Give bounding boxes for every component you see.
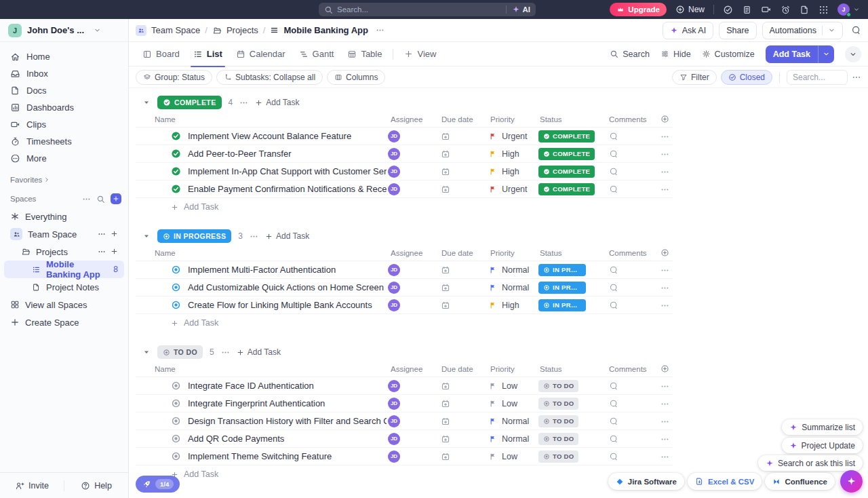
due-date-cell[interactable] [437, 282, 486, 293]
priority-cell[interactable]: Low [486, 399, 536, 408]
sidebar-item-home[interactable]: Home [4, 48, 124, 65]
status-badge[interactable]: TO DO [538, 433, 578, 445]
confluence-button[interactable]: Confluence [765, 473, 835, 490]
row-more-icon[interactable] [656, 149, 673, 159]
due-date-cell[interactable] [437, 398, 486, 409]
row-more-icon[interactable] [656, 451, 673, 461]
status-badge[interactable]: TO DO [538, 380, 578, 392]
customize-button[interactable]: Customize [702, 50, 755, 59]
comments-cell[interactable] [605, 381, 656, 391]
group-by-chip[interactable]: Group: Status [136, 70, 212, 85]
task-row[interactable]: Integrate Fingerprint Authentication JD … [136, 395, 673, 413]
assignee-avatar[interactable]: JD [388, 451, 400, 463]
filter-chip[interactable]: Filter [672, 70, 717, 85]
col-priority[interactable]: Priority [486, 365, 536, 373]
col-name[interactable]: Name [136, 249, 387, 257]
task-name[interactable]: Design Transaction History with Filter a… [188, 416, 387, 426]
group-more-icon[interactable] [221, 348, 230, 357]
due-date-cell[interactable] [437, 131, 486, 142]
collapse-caret-icon[interactable] [142, 348, 151, 356]
priority-cell[interactable]: Normal [486, 417, 536, 426]
clickup-logo-icon[interactable] [8, 4, 20, 16]
assignee-avatar[interactable]: JD [388, 433, 400, 445]
status-badge[interactable]: IN PROGRESS [157, 229, 231, 243]
status-complete-icon[interactable] [171, 166, 181, 176]
col-comments[interactable]: Comments [605, 249, 656, 257]
assignee-avatar[interactable]: JD [388, 415, 400, 427]
space-more-icon[interactable] [98, 230, 106, 238]
group-add-task-button[interactable]: Add Task [265, 231, 309, 241]
sidebar-item-mobile-banking-app[interactable]: Mobile Banking App 8 [4, 261, 124, 278]
status-todo-icon[interactable] [171, 381, 181, 391]
add-column-icon[interactable] [656, 115, 673, 123]
row-more-icon[interactable] [656, 131, 673, 141]
subtasks-chip[interactable]: Subtasks: Collapse all [216, 70, 323, 85]
col-name[interactable]: Name [136, 365, 387, 373]
user-avatar[interactable]: J [837, 3, 850, 16]
ask-ai-button[interactable]: Ask AI [663, 22, 713, 39]
col-due-date[interactable]: Due date [437, 115, 486, 123]
task-name[interactable]: Add QR Code Payments [188, 434, 284, 444]
tab-gantt[interactable]: Gantt [292, 42, 341, 66]
sidebar-item-dashboards[interactable]: Dashboards [4, 99, 124, 116]
sidebar-item-everything[interactable]: Everything [4, 208, 124, 225]
task-row[interactable]: Design Transaction History with Filter a… [136, 413, 673, 430]
col-assignee[interactable]: Assignee [387, 115, 437, 123]
task-search-input[interactable] [787, 70, 848, 85]
doc-icon[interactable] [800, 5, 810, 15]
reminder-clock-icon[interactable] [781, 5, 791, 15]
status-badge[interactable]: COMPLETE [538, 148, 595, 160]
project-update-button[interactable]: Project Update [782, 438, 863, 453]
status-badge[interactable]: TO DO [538, 451, 578, 463]
row-more-icon[interactable] [656, 166, 673, 176]
avatar-chevron-icon[interactable] [853, 6, 860, 13]
status-todo-icon[interactable] [171, 398, 181, 408]
status-badge[interactable]: COMPLETE [538, 130, 595, 142]
status-badge[interactable]: COMPLETE [538, 166, 595, 178]
favorites-section[interactable]: Favorites [10, 176, 128, 184]
task-name[interactable]: Implement Theme Switching Feature [188, 451, 332, 461]
status-todo-icon[interactable] [171, 451, 181, 461]
space-add-icon[interactable] [111, 230, 118, 237]
assignee-avatar[interactable]: JD [388, 264, 400, 276]
comments-cell[interactable] [605, 451, 656, 462]
task-row[interactable]: Implement In-App Chat Support with Custo… [136, 163, 673, 180]
comments-cell[interactable] [605, 131, 656, 142]
tab-calendar[interactable]: Calendar [229, 42, 292, 66]
col-priority[interactable]: Priority [486, 115, 536, 123]
priority-cell[interactable]: High [486, 167, 536, 176]
priority-cell[interactable]: Normal [486, 265, 536, 275]
due-date-cell[interactable] [437, 416, 486, 427]
comments-cell[interactable] [605, 398, 656, 409]
col-status[interactable]: Status [536, 249, 605, 257]
status-badge[interactable]: IN PROGRESS [538, 299, 586, 311]
col-assignee[interactable]: Assignee [387, 249, 437, 257]
task-name[interactable]: Integrate Face ID Authentication [188, 381, 314, 391]
task-row[interactable]: Integrate Face ID Authentication JD Low … [136, 377, 673, 395]
row-more-icon[interactable] [656, 434, 673, 444]
task-name[interactable]: Implement View Account Balance Feature [188, 131, 351, 141]
status-badge[interactable]: TO DO [157, 345, 203, 359]
col-status[interactable]: Status [536, 365, 605, 373]
tasks-check-icon[interactable] [723, 5, 733, 15]
due-date-cell[interactable] [437, 166, 486, 177]
status-badge[interactable]: IN PROGRESS [538, 264, 586, 276]
row-more-icon[interactable] [656, 265, 673, 275]
assignee-avatar[interactable]: JD [388, 299, 400, 311]
col-comments[interactable]: Comments [605, 365, 656, 373]
status-in-progress-icon[interactable] [171, 300, 181, 310]
sidebar-item-view-all-spaces[interactable]: View all Spaces [4, 296, 124, 313]
automations-button[interactable]: Automations [762, 22, 843, 39]
task-name[interactable]: Add Customizable Quick Actions on Home S… [188, 282, 384, 292]
collapse-header-button[interactable] [845, 46, 861, 62]
comments-cell[interactable] [605, 416, 656, 427]
sidebar-item-more[interactable]: More [4, 150, 124, 167]
record-clip-icon[interactable] [761, 4, 772, 15]
breadcrumb-list[interactable]: Mobile Banking App [283, 25, 368, 35]
task-name[interactable]: Enable Payment Confirmation Notification… [188, 184, 387, 194]
tab-table[interactable]: Table [340, 42, 389, 66]
status-badge[interactable]: IN PROGRESS [538, 282, 586, 294]
workspace-switcher[interactable]: J John Doe's ... [0, 19, 128, 42]
comments-cell[interactable] [605, 166, 656, 177]
col-due-date[interactable]: Due date [437, 249, 486, 257]
